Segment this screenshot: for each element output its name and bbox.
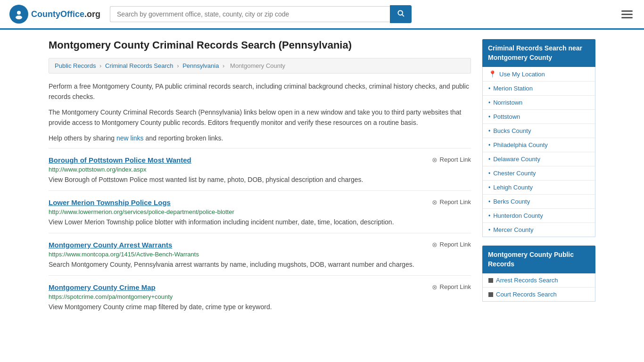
sidebar-nearby-item: •Mercer County <box>483 223 595 237</box>
sidebar-nearby-item: •Bucks County <box>483 124 595 138</box>
sidebar-nearby-link[interactable]: Norristown <box>493 99 522 106</box>
sidebar-nearby-item: •Philadelphia County <box>483 138 595 152</box>
bullet-icon: • <box>488 213 490 219</box>
sidebar-public-record-item: Arrest Records Search <box>483 273 595 288</box>
sidebar-nearby-link[interactable]: Merion Station <box>493 85 533 92</box>
breadcrumb-public-records[interactable]: Public Records <box>55 62 96 69</box>
sidebar-section2-title: Montgomery County Public Records <box>482 246 595 273</box>
sidebar-nearby-link[interactable]: Mercer County <box>493 226 533 233</box>
record-item: Montgomery County Arrest Warrants ⊗ Repo… <box>49 233 471 275</box>
bullet-icon: • <box>488 114 490 120</box>
breadcrumb-current: Montgomery County <box>230 62 285 69</box>
sidebar-nearby-item: •Lehigh County <box>483 181 595 195</box>
use-my-location-link[interactable]: Use My Location <box>499 71 545 78</box>
sidebar-nearby-item: •Delaware County <box>483 152 595 166</box>
record-url: http://www.lowermerion.org/services/poli… <box>49 208 471 215</box>
sidebar-nearby-item: •Hunterdon County <box>483 209 595 223</box>
square-icon <box>488 278 493 283</box>
sidebar: Criminal Records Search near Montgomery … <box>482 39 595 318</box>
description-3: Help others by sharing new links and rep… <box>49 133 471 143</box>
sidebar-public-record-link[interactable]: Arrest Records Search <box>496 277 558 284</box>
report-icon: ⊗ <box>432 198 438 206</box>
sidebar-nearby-link[interactable]: Pottstown <box>493 113 520 120</box>
menu-button[interactable] <box>619 8 635 20</box>
record-item: Montgomery County Crime Map ⊗ Report Lin… <box>49 275 471 318</box>
logo-icon <box>9 5 28 24</box>
site-header: CountyOffice.org <box>0 0 644 30</box>
report-icon: ⊗ <box>432 283 438 291</box>
report-link-button[interactable]: ⊗ Report Link <box>432 241 471 248</box>
record-item: Lower Merion Township Police Logs ⊗ Repo… <box>49 190 471 233</box>
record-title[interactable]: Lower Merion Township Police Logs <box>49 198 171 206</box>
location-icon: 📍 <box>488 70 496 78</box>
report-link-button[interactable]: ⊗ Report Link <box>432 156 471 164</box>
sidebar-nearby-item: •Chester County <box>483 166 595 181</box>
record-title[interactable]: Montgomery County Crime Map <box>49 283 156 291</box>
record-url: http://www.pottstown.org/index.aspx <box>49 166 471 173</box>
sidebar-nearby-item: •Pottstown <box>483 110 595 124</box>
report-icon: ⊗ <box>432 156 438 164</box>
records-list: Borough of Pottstown Police Most Wanted … <box>49 148 471 318</box>
svg-point-2 <box>16 16 22 19</box>
sidebar-nearby-link[interactable]: Philadelphia County <box>493 141 548 148</box>
bullet-icon: • <box>488 198 490 205</box>
record-description: View Lower Merion Township police blotte… <box>49 217 471 227</box>
report-link-label: Report Link <box>440 241 471 248</box>
sidebar-nearby-item: •Norristown <box>483 96 595 110</box>
new-links-link[interactable]: new links <box>116 134 144 142</box>
sidebar-public-records-box: Arrest Records SearchCourt Records Searc… <box>482 273 595 302</box>
report-icon: ⊗ <box>432 241 438 248</box>
logo-area: CountyOffice.org <box>9 5 100 24</box>
report-link-label: Report Link <box>440 283 471 290</box>
sidebar-nearby-list: •Merion Station•Norristown•Pottstown•Buc… <box>483 82 595 237</box>
bullet-icon: • <box>488 142 490 148</box>
sidebar-section1-title: Criminal Records Search near Montgomery … <box>482 39 595 67</box>
sidebar-nearby-link[interactable]: Chester County <box>493 170 536 177</box>
page-title: Montgomery County Criminal Records Searc… <box>49 39 471 51</box>
sidebar-nearby-link[interactable]: Lehigh County <box>493 184 533 191</box>
search-bar <box>110 5 412 23</box>
description-1: Perform a free Montgomery County, PA pub… <box>49 81 471 102</box>
sidebar-nearby-item: •Berks County <box>483 195 595 209</box>
record-title[interactable]: Borough of Pottstown Police Most Wanted <box>49 156 191 164</box>
logo-text: CountyOffice.org <box>31 9 100 19</box>
record-title[interactable]: Montgomery County Arrest Warrants <box>49 241 172 249</box>
record-item: Borough of Pottstown Police Most Wanted … <box>49 148 471 190</box>
report-link-label: Report Link <box>440 156 471 163</box>
sidebar-public-records-list: Arrest Records SearchCourt Records Searc… <box>483 273 595 301</box>
sidebar-public-record-link[interactable]: Court Records Search <box>496 291 557 298</box>
record-url: https://spotcrime.com/pa/montgomery+coun… <box>49 293 471 300</box>
main-content: Montgomery County Criminal Records Searc… <box>49 39 471 318</box>
page-wrap: Montgomery County Criminal Records Searc… <box>39 30 605 318</box>
bullet-icon: • <box>488 184 490 191</box>
bullet-icon: • <box>488 156 490 163</box>
record-description: Search Montgomery County, Pennsylvania a… <box>49 260 471 270</box>
report-link-label: Report Link <box>440 198 471 206</box>
sidebar-nearby-link[interactable]: Bucks County <box>493 127 531 134</box>
sidebar-public-record-item: Court Records Search <box>483 288 595 301</box>
breadcrumb-criminal-records[interactable]: Criminal Records Search <box>105 62 173 69</box>
report-link-button[interactable]: ⊗ Report Link <box>432 198 471 206</box>
sidebar-nearby-item: •Merion Station <box>483 82 595 96</box>
report-link-button[interactable]: ⊗ Report Link <box>432 283 471 291</box>
breadcrumb: Public Records › Criminal Records Search… <box>49 58 471 74</box>
sidebar-nearby-link[interactable]: Berks County <box>493 198 530 205</box>
bullet-icon: • <box>488 128 490 134</box>
bullet-icon: • <box>488 99 490 106</box>
svg-point-1 <box>17 11 21 15</box>
svg-line-4 <box>402 15 404 16</box>
search-input[interactable] <box>110 6 390 22</box>
bullet-icon: • <box>488 85 490 92</box>
sidebar-nearby-link[interactable]: Hunterdon County <box>493 212 543 219</box>
record-description: View Borough of Pottstown Police most wa… <box>49 175 471 185</box>
breadcrumb-pennsylvania[interactable]: Pennsylvania <box>182 62 219 69</box>
bullet-icon: • <box>488 227 490 233</box>
bullet-icon: • <box>488 170 490 177</box>
search-button[interactable] <box>390 5 412 23</box>
sidebar-use-location[interactable]: 📍 Use My Location <box>483 67 595 82</box>
square-icon <box>488 292 493 297</box>
sidebar-nearby-box: 📍 Use My Location •Merion Station•Norris… <box>482 67 595 237</box>
sidebar-nearby-link[interactable]: Delaware County <box>493 156 540 163</box>
record-url: https://www.montcopa.org/1415/Active-Ben… <box>49 251 471 258</box>
description-2: The Montgomery County Criminal Records S… <box>49 107 471 128</box>
